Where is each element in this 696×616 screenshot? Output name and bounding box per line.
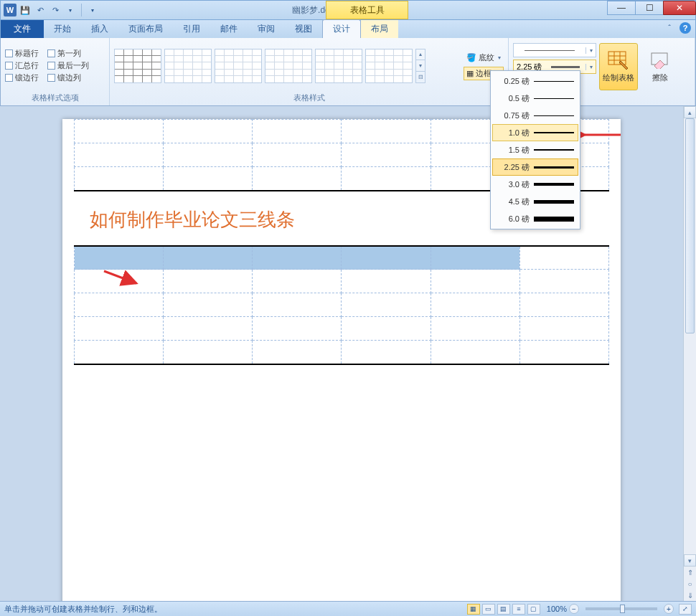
chk-first-col[interactable]: 第一列 <box>47 48 89 59</box>
scroll-up-icon[interactable]: ▴ <box>684 106 696 118</box>
tab-insert[interactable]: 插入 <box>81 20 118 38</box>
undo-icon[interactable]: ↶ <box>34 4 47 16</box>
chk-last-col[interactable]: 最后一列 <box>47 60 89 71</box>
chk-banded-cols[interactable]: 镶边列 <box>47 72 89 83</box>
eraser-icon <box>649 50 672 70</box>
scroll-thumb[interactable] <box>685 118 695 333</box>
draw-table-icon <box>607 50 630 70</box>
document-area[interactable]: 如何制作毕业论文三线条 <box>0 106 683 601</box>
window-controls: — ☐ ✕ <box>607 1 695 15</box>
table-style-thumb[interactable] <box>114 49 161 83</box>
eraser-button[interactable]: 擦除 <box>641 43 679 90</box>
table-style-thumb[interactable] <box>265 49 312 83</box>
browse-object-icon[interactable]: ○ <box>684 578 696 589</box>
weight-option[interactable]: 3.0 磅 <box>492 176 578 193</box>
tab-file[interactable]: 文件 <box>1 20 44 38</box>
chk-banded-rows[interactable]: 镶边行 <box>5 72 39 83</box>
ribbon-tabs: 文件 开始 插入 页面布局 引用 邮件 审阅 视图 设计 布局 ˆ ? <box>0 20 696 38</box>
tab-page-layout[interactable]: 页面布局 <box>118 20 173 38</box>
zoom-slider-thumb[interactable] <box>620 605 625 613</box>
chevron-down-icon[interactable]: ▾ <box>586 47 596 54</box>
save-icon[interactable]: 💾 <box>19 4 32 16</box>
gallery-up-icon[interactable]: ▴ <box>416 49 425 61</box>
weight-option[interactable]: 1.0 磅 <box>492 124 578 141</box>
view-print-layout-icon[interactable]: ▦ <box>467 604 480 615</box>
weight-option[interactable]: 4.5 磅 <box>492 193 578 210</box>
weight-option[interactable]: 2.25 磅 <box>492 158 578 176</box>
minimize-ribbon-icon[interactable]: ˆ <box>664 22 675 34</box>
zoom-slider[interactable] <box>586 607 657 610</box>
svg-rect-0 <box>608 52 626 65</box>
zoom-out-button[interactable]: − <box>569 604 579 614</box>
chevron-down-icon[interactable]: ▾ <box>498 55 501 61</box>
scroll-track[interactable] <box>684 118 696 554</box>
weight-option[interactable]: 0.25 磅 <box>492 72 578 90</box>
weight-option[interactable]: 6.0 磅 <box>492 210 578 227</box>
tab-view[interactable]: 视图 <box>285 20 322 38</box>
weight-option[interactable]: 0.75 磅 <box>492 107 578 124</box>
tab-table-design[interactable]: 设计 <box>322 19 361 38</box>
qat-separator <box>81 4 82 16</box>
view-web-icon[interactable]: ▤ <box>497 604 510 615</box>
maximize-button[interactable]: ☐ <box>635 1 664 15</box>
scroll-down-icon[interactable]: ▾ <box>684 554 696 567</box>
shading-button[interactable]: 🪣底纹▾ <box>464 51 504 65</box>
zoom-in-button[interactable]: + <box>664 604 674 614</box>
redo-icon[interactable]: ↷ <box>49 4 62 16</box>
table-style-thumb[interactable] <box>315 49 362 83</box>
group-table-style-options: 标题行 汇总行 镶边行 第一列 最后一列 镶边列 表格样式选项 <box>1 38 110 105</box>
table-style-thumb[interactable] <box>365 49 413 83</box>
weight-option[interactable]: 0.5 磅 <box>492 90 578 107</box>
tab-table-layout[interactable]: 布局 <box>361 20 398 38</box>
zoom-percent[interactable]: 100% <box>547 605 567 613</box>
bucket-icon: 🪣 <box>466 53 476 62</box>
prev-page-icon[interactable]: ⇑ <box>684 567 696 578</box>
workspace: 如何制作毕业论文三线条 ▴ ▾ ⇑ ○ ⇓ <box>0 106 696 601</box>
group-table-styles: ▴▾⊟ 🪣底纹▾ ▦边框▾ 表格样式 <box>110 38 509 105</box>
minimize-button[interactable]: — <box>607 1 636 15</box>
word-app-icon: W <box>4 4 17 16</box>
qat-more-icon[interactable]: ▾ <box>64 4 77 16</box>
quick-access-toolbar: W 💾 ↶ ↷ ▾ ▾ <box>4 4 99 16</box>
table-main[interactable] <box>74 245 609 365</box>
tab-mailings[interactable]: 邮件 <box>210 20 248 38</box>
tab-references[interactable]: 引用 <box>173 20 210 38</box>
view-full-screen-icon[interactable]: ▭ <box>482 604 495 615</box>
chk-total-row[interactable]: 汇总行 <box>5 60 39 71</box>
contextual-tab-header: 表格工具 <box>326 1 408 19</box>
group-label-styles: 表格样式 <box>114 91 504 105</box>
draw-table-button[interactable]: 绘制表格 <box>599 43 638 90</box>
next-page-icon[interactable]: ⇓ <box>684 589 696 601</box>
zoom-fit-icon[interactable]: ⤢ <box>679 604 692 615</box>
gallery-more-icon[interactable]: ⊟ <box>416 72 425 82</box>
chevron-down-icon[interactable]: ▾ <box>586 64 596 70</box>
table-style-thumb[interactable] <box>164 49 212 83</box>
status-bar: 单击并拖动可创建表格并绘制行、列和边框。 ▦ ▭ ▤ ≡ ▢ 100% − + … <box>0 601 696 616</box>
borders-icon: ▦ <box>466 69 474 78</box>
table-style-thumb[interactable] <box>215 49 262 83</box>
table-styles-gallery[interactable]: ▴▾⊟ <box>114 49 425 83</box>
status-text: 单击并拖动可创建表格并绘制行、列和边框。 <box>4 604 162 615</box>
view-outline-icon[interactable]: ≡ <box>512 604 525 615</box>
pen-style-selector[interactable]: ▾ <box>513 43 596 57</box>
qat-dropdown-icon[interactable]: ▾ <box>86 4 99 16</box>
group-label-tso: 表格样式选项 <box>5 91 105 105</box>
weight-option[interactable]: 1.5 磅 <box>492 141 578 158</box>
close-button[interactable]: ✕ <box>663 1 696 15</box>
pen-weight-dropdown: 0.25 磅0.5 磅0.75 磅1.0 磅1.5 磅2.25 磅3.0 磅4.… <box>490 70 580 229</box>
help-icon[interactable]: ? <box>679 22 691 34</box>
vertical-scrollbar[interactable]: ▴ ▾ ⇑ ○ ⇓ <box>683 106 696 601</box>
gallery-down-icon[interactable]: ▾ <box>416 60 425 72</box>
tab-home[interactable]: 开始 <box>44 20 81 38</box>
chk-header-row[interactable]: 标题行 <box>5 48 39 59</box>
gallery-scroll[interactable]: ▴▾⊟ <box>415 49 425 83</box>
ribbon: 标题行 汇总行 镶边行 第一列 最后一列 镶边列 表格样式选项 <box>0 38 696 106</box>
tab-review[interactable]: 审阅 <box>248 20 285 38</box>
view-draft-icon[interactable]: ▢ <box>527 604 540 615</box>
title-bar: W 💾 ↶ ↷ ▾ ▾ 幽影梦.docx - Microsoft Word 表格… <box>0 0 696 20</box>
